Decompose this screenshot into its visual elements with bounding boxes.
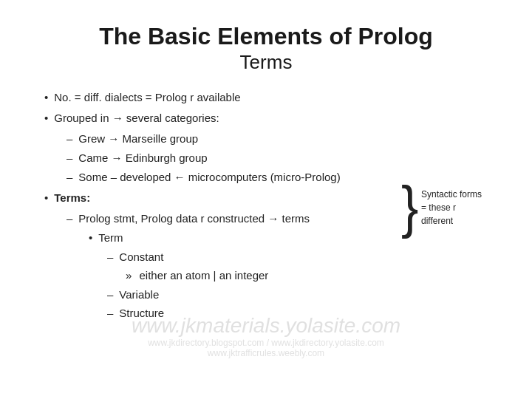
title-block: The Basic Elements of Prolog Terms	[37, 22, 495, 75]
watermark-sub1-text: www.jkdirectory.blogspot.com / www.jkdir…	[132, 338, 400, 348]
list-item: – Came → Edinburgh group	[37, 149, 495, 167]
bullet-text: Came → Edinburgh group	[78, 149, 207, 167]
side-note: } Syntactic forms = these r different	[401, 182, 488, 233]
list-item: – Structure	[37, 304, 495, 322]
watermark-sub2-text: www.jktrafficrules.weebly.com	[132, 348, 400, 358]
bullet-marker: –	[66, 149, 72, 167]
list-item: • No. = diff. dialects = Prolog r availa…	[37, 89, 495, 106]
main-title: The Basic Elements of Prolog	[37, 22, 495, 50]
bullet-marker: –	[66, 210, 72, 228]
bullet-text: Grew → Marseille group	[78, 130, 198, 148]
list-item: – Grew → Marseille group	[37, 130, 495, 148]
content-area: • No. = diff. dialects = Prolog r availa…	[37, 89, 495, 322]
bullet-text: Terms:	[54, 189, 90, 207]
bullet-marker: –	[66, 168, 72, 186]
bullet-marker: •	[44, 89, 48, 106]
bullet-text: Constant	[119, 248, 163, 266]
sub-bullets-group: – Grew → Marseille group – Came → Edinbu…	[37, 130, 495, 186]
list-item: » either an atom | an integer	[37, 267, 495, 284]
bullet-text: No. = diff. dialects = Prolog r availabl…	[54, 89, 240, 106]
list-item: – Constant	[37, 248, 495, 266]
bullet-marker: •	[44, 189, 48, 207]
bullet-text: Term	[98, 229, 123, 247]
list-item: • Grouped in → several categories:	[37, 109, 495, 127]
bullet-text: Grouped in → several categories:	[54, 109, 219, 127]
bullet-marker: »	[126, 269, 132, 282]
slide: The Basic Elements of Prolog Terms • No.…	[0, 0, 532, 399]
bullet-marker: •	[89, 229, 92, 247]
bullet-marker: –	[107, 248, 113, 266]
side-note-text: Syntactic forms = these r different	[421, 188, 488, 228]
bullet-text: Prolog stmt, Prolog data r constructed →…	[78, 210, 310, 228]
bullet-text: either an atom | an integer	[140, 269, 269, 282]
bullet-text: Structure	[119, 304, 164, 322]
bullet-text: Some – developed ← microcomputers (micro…	[78, 168, 340, 186]
bullet-marker: –	[107, 286, 113, 304]
curly-brace-icon: }	[401, 180, 418, 236]
sub-title: Terms	[37, 50, 495, 75]
list-item: – Variable	[37, 286, 495, 304]
bullet-text: Variable	[119, 286, 159, 304]
bullet-marker: –	[107, 304, 113, 322]
bullet-marker: •	[44, 109, 48, 127]
bullet-marker: –	[66, 130, 72, 148]
